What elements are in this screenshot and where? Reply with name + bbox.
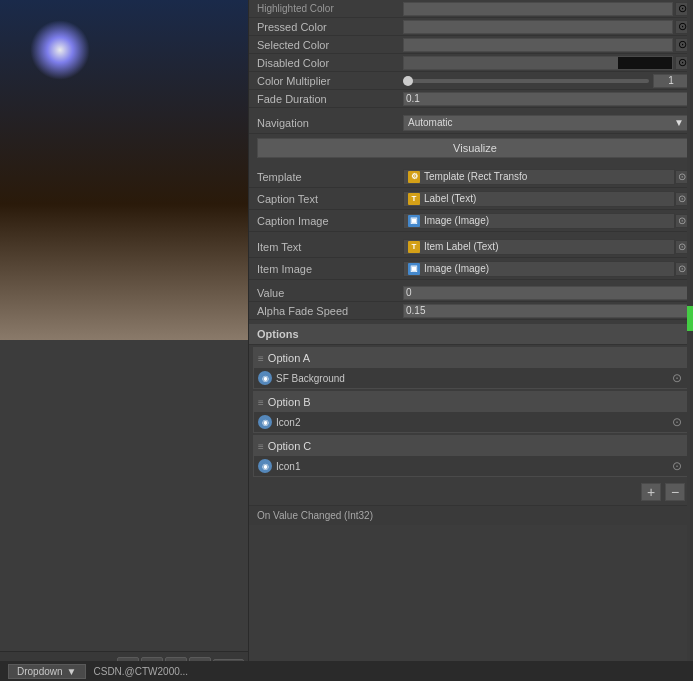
template-label: Template (253, 171, 403, 183)
template-value: ⚙ Template (Rect Transfo ⊙ (403, 169, 689, 185)
option-a-drag-handle[interactable]: ≡ (258, 353, 264, 364)
caption-image-row: Caption Image ▣ Image (Image) ⊙ (249, 210, 693, 232)
disabled-color-row: Disabled Color ⊙ (249, 54, 693, 72)
selected-color-value: ⊙ (403, 38, 689, 52)
item-text-value: T Item Label (Text) ⊙ (403, 239, 689, 255)
caption-image-ref[interactable]: ▣ Image (Image) (403, 213, 675, 229)
caption-image-ref-text: Image (Image) (424, 215, 489, 226)
navigation-label: Navigation (253, 117, 403, 129)
selected-color-row: Selected Color ⊙ (249, 36, 693, 54)
item-image-ref-text: Image (Image) (424, 263, 489, 274)
color-multiplier-thumb[interactable] (403, 76, 413, 86)
template-ref[interactable]: ⚙ Template (Rect Transfo (403, 169, 675, 185)
remove-option-button[interactable]: − (665, 483, 685, 501)
option-a-sub: ◉ SF Background ⊙ (254, 368, 688, 388)
option-b-drag-handle[interactable]: ≡ (258, 397, 264, 408)
value-row: Value (249, 284, 693, 302)
item-image-label: Item Image (253, 263, 403, 275)
value-label: Value (253, 287, 403, 299)
on-value-changed-label: On Value Changed (Int32) (257, 510, 373, 521)
option-b-header: ≡ Option B (254, 392, 688, 412)
options-title: Options (257, 328, 299, 340)
scrollbar-track[interactable] (687, 0, 693, 681)
item-text-ref[interactable]: T Item Label (Text) (403, 239, 675, 255)
caption-text-icon: T (408, 193, 420, 205)
option-a-group: ≡ Option A ◉ SF Background ⊙ (253, 347, 689, 389)
status-bar: Dropdown ▼ CSDN.@CTW2000... (0, 661, 693, 681)
caption-image-icon: ▣ (408, 215, 420, 227)
color-multiplier-label: Color Multiplier (253, 75, 403, 87)
visualize-row: Visualize (249, 134, 693, 162)
item-text-icon: T (408, 241, 420, 253)
option-b-label: Option B (268, 396, 684, 408)
caption-text-label: Caption Text (253, 193, 403, 205)
option-c-label: Option C (268, 440, 684, 452)
status-dropdown-icon: ▼ (67, 666, 77, 677)
option-a-sub-gear[interactable]: ⊙ (670, 371, 684, 385)
option-b-group: ≡ Option B ◉ Icon2 ⊙ (253, 391, 689, 433)
left-panel: ✋ ⟳ 🏷 ★ 👁 17 (0, 0, 248, 681)
visualize-button[interactable]: Visualize (257, 138, 693, 158)
pressed-color-field[interactable] (403, 20, 673, 34)
option-c-sub-label: Icon1 (276, 461, 666, 472)
caption-image-label: Caption Image (253, 215, 403, 227)
alpha-fade-input[interactable] (403, 304, 689, 318)
caption-text-value: T Label (Text) ⊙ (403, 191, 689, 207)
template-row: Template ⚙ Template (Rect Transfo ⊙ (249, 166, 693, 188)
template-icon: ⚙ (408, 171, 420, 183)
item-image-icon: ▣ (408, 263, 420, 275)
item-image-value: ▣ Image (Image) ⊙ (403, 261, 689, 277)
item-text-row: Item Text T Item Label (Text) ⊙ (249, 236, 693, 258)
fade-duration-row: Fade Duration (249, 90, 693, 108)
selected-color-label: Selected Color (253, 39, 403, 51)
navigation-dropdown[interactable]: Automatic ▼ (403, 115, 689, 131)
highlighted-color-row: Highlighted Color ⊙ (249, 0, 693, 18)
on-value-changed-section: On Value Changed (Int32) (249, 505, 693, 525)
option-c-sub-icon: ◉ (258, 459, 272, 473)
option-b-sub-gear[interactable]: ⊙ (670, 415, 684, 429)
option-c-drag-handle[interactable]: ≡ (258, 441, 264, 452)
navigation-dropdown-text: Automatic (408, 117, 452, 128)
highlighted-color-label: Highlighted Color (253, 3, 403, 14)
option-c-sub-gear[interactable]: ⊙ (670, 459, 684, 473)
navigation-chevron-icon: ▼ (674, 117, 684, 128)
pressed-color-value: ⊙ (403, 20, 689, 34)
option-a-sub-label: SF Background (276, 373, 666, 384)
navigation-value: Automatic ▼ (403, 115, 689, 131)
option-c-group: ≡ Option C ◉ Icon1 ⊙ (253, 435, 689, 477)
options-header: Options (249, 324, 693, 345)
item-image-ref[interactable]: ▣ Image (Image) (403, 261, 675, 277)
disabled-color-value: ⊙ (403, 56, 689, 70)
scrollbar-thumb[interactable] (687, 306, 693, 331)
scene-view (0, 0, 248, 340)
disabled-color-field[interactable] (403, 56, 673, 70)
selected-color-field[interactable] (403, 38, 673, 52)
option-a-label: Option A (268, 352, 684, 364)
color-multiplier-row: Color Multiplier (249, 72, 693, 90)
template-ref-text: Template (Rect Transfo (424, 171, 527, 182)
scene-background (0, 0, 248, 340)
add-option-button[interactable]: + (641, 483, 661, 501)
pressed-color-label: Pressed Color (253, 21, 403, 33)
highlighted-color-field[interactable] (403, 2, 673, 16)
color-multiplier-track[interactable] (403, 79, 649, 83)
option-c-sub: ◉ Icon1 ⊙ (254, 456, 688, 476)
status-dropdown-label: Dropdown (17, 666, 63, 677)
value-input[interactable] (403, 286, 689, 300)
value-value (403, 286, 689, 300)
pressed-color-row: Pressed Color ⊙ (249, 18, 693, 36)
fade-duration-value (403, 92, 689, 106)
option-c-header: ≡ Option C (254, 436, 688, 456)
fade-duration-input[interactable] (403, 92, 689, 106)
status-dropdown[interactable]: Dropdown ▼ (8, 664, 86, 679)
highlighted-color-value: ⊙ (403, 2, 689, 16)
alpha-fade-row: Alpha Fade Speed (249, 302, 693, 320)
caption-text-ref[interactable]: T Label (Text) (403, 191, 675, 207)
option-a-sub-icon: ◉ (258, 371, 272, 385)
fade-duration-label: Fade Duration (253, 93, 403, 105)
navigation-row: Navigation Automatic ▼ (249, 112, 693, 134)
options-footer: + − (249, 479, 693, 505)
color-multiplier-input[interactable] (653, 74, 689, 88)
option-a-header: ≡ Option A (254, 348, 688, 368)
option-b-sub-label: Icon2 (276, 417, 666, 428)
